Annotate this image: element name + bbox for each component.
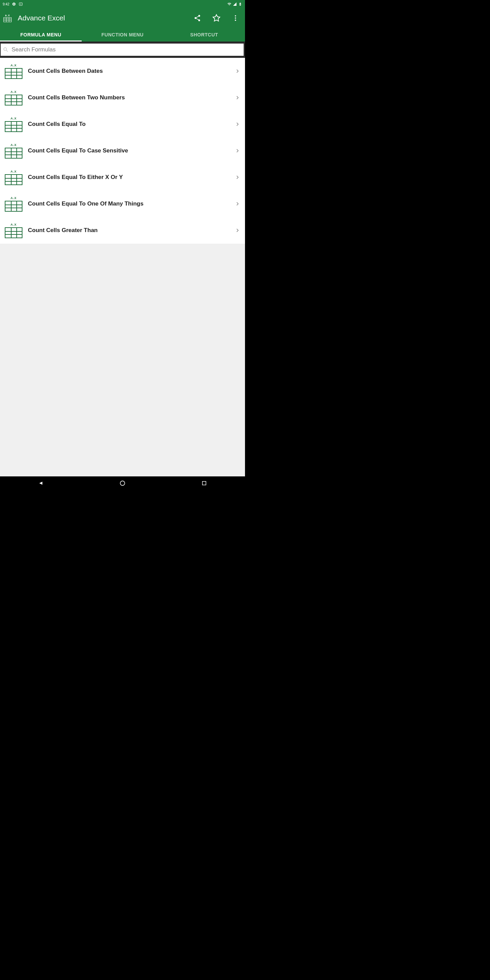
tabs: FORMULA MENU FUNCTION MENU SHORTCUT	[0, 28, 245, 41]
formula-title: Count Cells Equal To One Of Many Things	[28, 200, 229, 207]
svg-rect-6	[202, 482, 206, 485]
chevron-right-icon	[234, 121, 241, 127]
formula-list[interactable]: A.X Count Cells Between Dates A.X Count …	[0, 58, 245, 476]
svg-point-5	[120, 481, 124, 485]
favorite-button[interactable]	[210, 11, 223, 25]
tab-formula-menu[interactable]: FORMULA MENU	[0, 28, 82, 41]
app-logo-icon: A.X	[3, 13, 12, 23]
svg-point-4	[235, 20, 236, 21]
formula-title: Count Cells Between Two Numbers	[28, 94, 229, 101]
list-item[interactable]: A.X Count Cells Between Two Numbers	[0, 84, 245, 111]
tab-label: FUNCTION MENU	[102, 32, 143, 37]
signal-icon	[233, 2, 237, 6]
search-container	[0, 41, 245, 58]
formula-title: Count Cells Equal To Case Sensitive	[28, 147, 229, 154]
chevron-right-icon	[234, 68, 241, 75]
svg-point-3	[235, 18, 236, 19]
chevron-right-icon	[234, 200, 241, 207]
formula-icon: A.X	[4, 221, 23, 240]
share-button[interactable]	[191, 11, 204, 25]
tab-label: SHORTCUT	[190, 32, 218, 37]
chevron-right-icon	[234, 94, 241, 101]
list-item[interactable]: A.X Count Cells Equal To Case Sensitive	[0, 137, 245, 164]
formula-title: Count Cells Equal To	[28, 121, 229, 127]
formula-icon: A.X	[4, 115, 23, 134]
back-button[interactable]	[30, 478, 51, 488]
tab-shortcut[interactable]: SHORTCUT	[163, 28, 245, 41]
more-button[interactable]	[229, 11, 242, 25]
keyboard-status-icon: A	[19, 2, 23, 6]
status-time: 9:42	[3, 2, 9, 6]
svg-point-2	[235, 15, 236, 17]
formula-icon: A.X	[4, 141, 23, 160]
app-title: Advance Excel	[18, 14, 185, 22]
list-item[interactable]: A.X Count Cells Between Dates	[0, 58, 245, 84]
recent-button[interactable]	[194, 478, 215, 488]
formula-title: Count Cells Between Dates	[28, 68, 229, 75]
formula-icon: A.X	[4, 194, 23, 213]
home-button[interactable]	[112, 478, 133, 488]
formula-icon: A.X	[4, 88, 23, 107]
search-box[interactable]	[1, 43, 243, 56]
chevron-right-icon	[234, 147, 241, 154]
formula-icon: A.X	[4, 168, 23, 187]
battery-icon	[238, 2, 242, 6]
search-icon	[3, 47, 9, 53]
formula-title: Count Cells Equal To Either X Or Y	[28, 174, 229, 181]
settings-status-icon	[12, 2, 16, 6]
svg-text:A: A	[21, 3, 22, 5]
wifi-icon	[227, 2, 231, 6]
chevron-right-icon	[234, 174, 241, 181]
formula-title: Count Cells Greater Than	[28, 227, 229, 234]
list-item[interactable]: A.X Count Cells Equal To	[0, 111, 245, 137]
navigation-bar	[0, 476, 245, 490]
search-input[interactable]	[11, 46, 242, 53]
app-bar: A.X Advance Excel	[0, 8, 245, 28]
status-bar: 9:42 A	[0, 0, 245, 8]
chevron-right-icon	[234, 227, 241, 234]
list-item[interactable]: A.X Count Cells Greater Than	[0, 217, 245, 243]
tab-function-menu[interactable]: FUNCTION MENU	[82, 28, 163, 41]
list-item[interactable]: A.X Count Cells Equal To One Of Many Thi…	[0, 191, 245, 217]
tab-label: FORMULA MENU	[21, 32, 62, 37]
formula-icon: A.X	[4, 62, 23, 81]
list-item[interactable]: A.X Count Cells Equal To Either X Or Y	[0, 164, 245, 191]
